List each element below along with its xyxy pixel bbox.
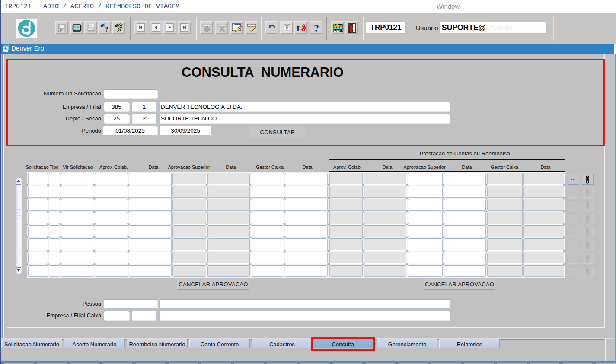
svg-text:?: ? [105, 25, 109, 33]
svg-text:Menu: Menu [334, 23, 342, 28]
svg-text:?: ? [314, 23, 319, 33]
